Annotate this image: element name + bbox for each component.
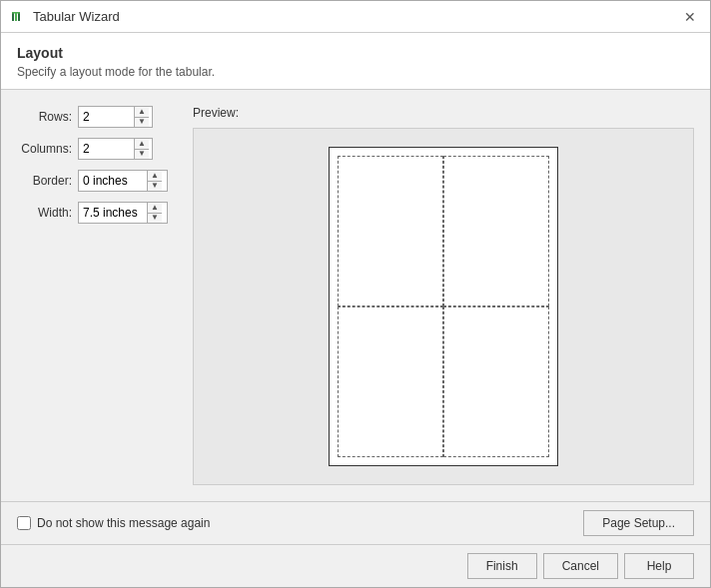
header-title: Layout — [17, 45, 694, 61]
header-section: Layout Specify a layout mode for the tab… — [1, 33, 710, 90]
columns-spinner-buttons: ▲ ▼ — [134, 139, 149, 159]
cancel-button[interactable]: Cancel — [543, 553, 618, 579]
preview-cell-bottom-right — [443, 306, 549, 457]
preview-label: Preview: — [193, 106, 694, 120]
preview-area — [193, 128, 694, 485]
do-not-show-checkbox[interactable] — [17, 516, 31, 530]
columns-spinner[interactable]: ▲ ▼ — [78, 138, 153, 160]
right-panel: Preview: — [193, 106, 694, 485]
width-spinner[interactable]: ▲ ▼ — [78, 202, 168, 224]
width-down-button[interactable]: ▼ — [148, 213, 162, 224]
svg-rect-0 — [12, 13, 14, 21]
width-label: Width: — [17, 206, 72, 220]
preview-outer-border — [329, 147, 558, 466]
width-spinner-buttons: ▲ ▼ — [147, 203, 162, 223]
width-row: Width: ▲ ▼ — [17, 202, 177, 224]
columns-up-button[interactable]: ▲ — [135, 139, 149, 149]
app-icon — [11, 9, 27, 25]
bottom-bar: Do not show this message again Page Setu… — [1, 501, 710, 544]
titlebar: Tabular Wizard ✕ — [1, 1, 710, 33]
border-up-button[interactable]: ▲ — [148, 171, 162, 181]
border-down-button[interactable]: ▼ — [148, 181, 162, 192]
checkbox-row: Do not show this message again — [17, 516, 210, 530]
titlebar-title: Tabular Wizard — [33, 9, 120, 24]
page-setup-button[interactable]: Page Setup... — [583, 510, 694, 536]
svg-rect-1 — [15, 13, 17, 21]
columns-input[interactable] — [79, 139, 134, 159]
footer: Finish Cancel Help — [1, 544, 710, 587]
columns-label: Columns: — [17, 142, 72, 156]
rows-down-button[interactable]: ▼ — [135, 117, 149, 128]
rows-label: Rows: — [17, 110, 72, 124]
dialog-window: Tabular Wizard ✕ Layout Specify a layout… — [0, 0, 711, 588]
svg-rect-3 — [12, 12, 20, 14]
titlebar-left: Tabular Wizard — [11, 9, 120, 25]
columns-row: Columns: ▲ ▼ — [17, 138, 177, 160]
rows-spinner-buttons: ▲ ▼ — [134, 107, 149, 127]
columns-down-button[interactable]: ▼ — [135, 149, 149, 160]
rows-input[interactable] — [79, 107, 134, 127]
close-button[interactable]: ✕ — [680, 7, 700, 27]
width-input[interactable] — [79, 203, 147, 223]
width-up-button[interactable]: ▲ — [148, 203, 162, 213]
border-spinner-buttons: ▲ ▼ — [147, 171, 162, 191]
header-subtitle: Specify a layout mode for the tabular. — [17, 65, 694, 79]
preview-grid — [338, 156, 549, 457]
finish-button[interactable]: Finish — [467, 553, 537, 579]
preview-cell-top-right — [443, 156, 549, 306]
preview-cell-top-left — [338, 156, 443, 306]
border-label: Border: — [17, 174, 72, 188]
help-button[interactable]: Help — [624, 553, 694, 579]
main-content: Rows: ▲ ▼ Columns: ▲ ▼ — [1, 90, 710, 501]
do-not-show-label: Do not show this message again — [37, 516, 210, 530]
rows-spinner[interactable]: ▲ ▼ — [78, 106, 153, 128]
border-row: Border: ▲ ▼ — [17, 170, 177, 192]
rows-row: Rows: ▲ ▼ — [17, 106, 177, 128]
preview-cell-bottom-left — [338, 306, 443, 457]
left-panel: Rows: ▲ ▼ Columns: ▲ ▼ — [17, 106, 177, 485]
svg-rect-2 — [18, 13, 20, 21]
border-input[interactable] — [79, 171, 147, 191]
border-spinner[interactable]: ▲ ▼ — [78, 170, 168, 192]
rows-up-button[interactable]: ▲ — [135, 107, 149, 117]
